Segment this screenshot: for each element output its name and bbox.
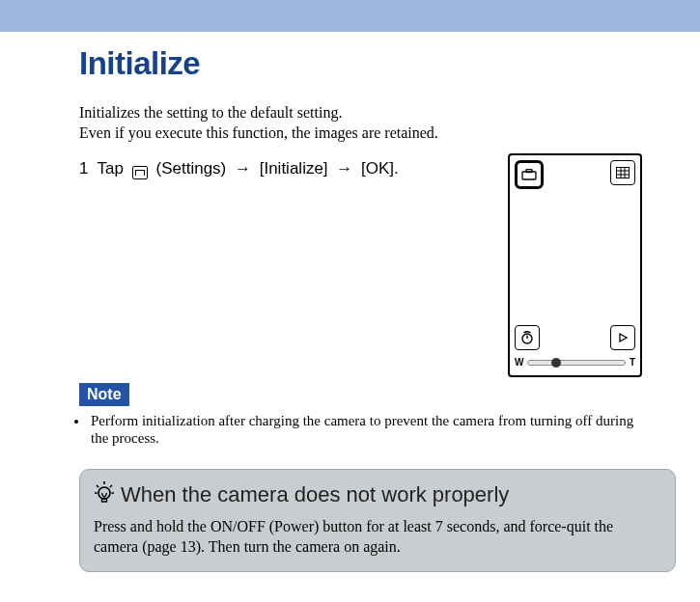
camera-bottom-row [515, 325, 635, 350]
step-number: 1 [79, 159, 88, 178]
light-bulb-icon [94, 480, 115, 506]
step-item-initialize: [Initialize] [260, 159, 328, 178]
zoom-track [527, 360, 625, 366]
content: Initialize Initializes the setting to th… [0, 32, 676, 572]
note-section: Note Perform initialization after chargi… [79, 383, 676, 449]
tip-body: Press and hold the ON/OFF (Power) button… [94, 517, 661, 558]
svg-rect-2 [617, 167, 630, 178]
step-item-ok: [OK]. [361, 159, 399, 178]
tip-box: When the camera does not work properly P… [79, 469, 676, 572]
svg-rect-0 [522, 172, 536, 179]
intro-text: Initializes the setting to the default s… [79, 103, 676, 144]
zoom-tele-label: T [630, 357, 635, 368]
grid-icon [610, 160, 635, 185]
arrow-icon: → [336, 159, 352, 178]
zoom-bar: W T [515, 355, 635, 370]
camera-screen-illustration: W T [508, 153, 642, 377]
page-title: Initialize [79, 40, 676, 82]
zoom-wide-label: W [515, 357, 523, 368]
svg-line-13 [97, 485, 98, 487]
step-settings-label: (Settings) [156, 159, 227, 178]
camera-top-row [515, 160, 635, 189]
svg-marker-9 [620, 334, 627, 342]
arrow-icon: → [235, 159, 251, 178]
toolbox-icon [515, 160, 544, 189]
svg-rect-1 [526, 169, 532, 172]
top-bar [0, 0, 700, 32]
camera-bottom: W T [515, 325, 635, 370]
intro-line-2: Even if you execute this function, the i… [79, 123, 676, 144]
step-text: 1 Tap (Settings) → [Initialize] → [OK]. [79, 157, 490, 180]
note-list: Perform initialization after charging th… [79, 412, 676, 449]
svg-rect-11 [102, 499, 107, 502]
step-tap: Tap [98, 159, 124, 178]
svg-line-14 [110, 485, 112, 487]
self-timer-icon [515, 325, 540, 350]
tip-title-row: When the camera does not work properly [94, 481, 661, 507]
zoom-knob [551, 358, 561, 368]
settings-icon [132, 166, 148, 179]
step-row: 1 Tap (Settings) → [Initialize] → [OK]. [79, 157, 676, 377]
note-bullet: Perform initialization after charging th… [89, 412, 676, 449]
play-icon [610, 325, 635, 350]
intro-line-1: Initializes the setting to the default s… [79, 103, 676, 123]
tip-title: When the camera does not work properly [121, 482, 509, 507]
note-label: Note [79, 383, 129, 406]
